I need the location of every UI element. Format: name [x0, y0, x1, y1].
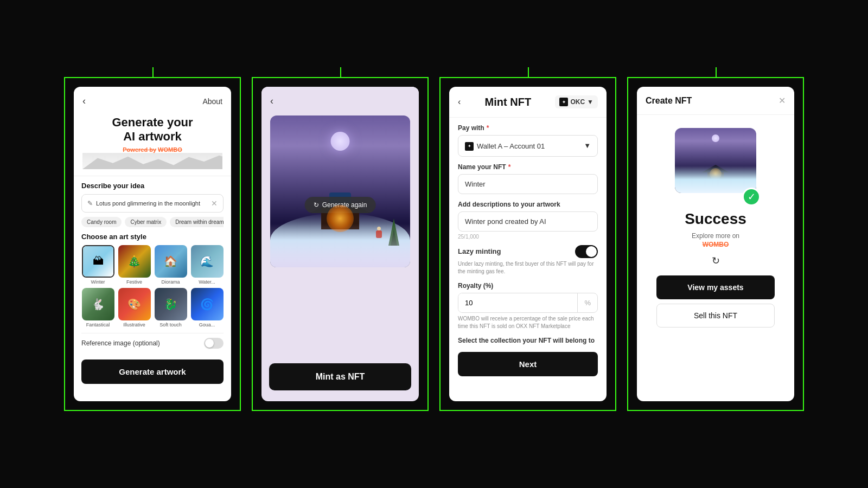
- style-goua-img: 🌀: [191, 288, 224, 320]
- sell-nft-button[interactable]: Sell this NFT: [656, 304, 775, 328]
- wallet-select[interactable]: ✦ Wallet A – Account 01 ▼: [458, 135, 598, 157]
- screen3-header: ‹ Mint NFT ✦ OKC ▼: [449, 87, 607, 118]
- idea-text: Lotus pond glimmering in the moonlight: [96, 200, 208, 207]
- screen2: ‹ ↻ Generate again: [261, 87, 419, 401]
- collection-label: Select the collection your NFT will belo…: [458, 337, 598, 344]
- style-illustrative[interactable]: 🎨 Illustrative: [118, 288, 151, 328]
- back-button[interactable]: ‹: [82, 95, 86, 107]
- okc-icon: ✦: [559, 98, 568, 106]
- screen1: ‹ About Generate your AI artwork Powered…: [74, 87, 231, 401]
- view-assets-button[interactable]: View my assets: [656, 275, 775, 299]
- art-style-label: Choose an art style: [81, 233, 224, 241]
- refresh-icon: ↻: [314, 201, 319, 209]
- reference-section: Reference image (optional): [81, 333, 224, 349]
- royalty-label: Royalty (%): [458, 282, 598, 290]
- back-button[interactable]: ‹: [458, 97, 461, 107]
- style-water[interactable]: 🌊 Water...: [190, 245, 224, 285]
- idea-input[interactable]: ✎ Lotus pond glimmering in the moonlight…: [81, 194, 224, 213]
- mini-moon: [712, 134, 719, 142]
- lazy-minting-desc: Under lazy minting, the first buyer of t…: [458, 260, 598, 275]
- screen3-wrapper: ‹ Mint NFT ✦ OKC ▼ Pay with * ✦: [439, 77, 616, 411]
- style-illustrative-label: Illustrative: [123, 322, 145, 328]
- style-soft[interactable]: 🐉 Soft touch: [154, 288, 187, 328]
- tag-dream[interactable]: Dream within dream: [170, 217, 224, 227]
- tag-candy-room[interactable]: Candy room: [81, 217, 122, 227]
- char-count: 25/1,000: [458, 234, 598, 240]
- style-fantastical-img: 🐇: [82, 288, 114, 320]
- success-title: Success: [685, 210, 746, 228]
- mini-glow: [710, 168, 722, 180]
- mint-as-nft-button[interactable]: Mint as NFT: [269, 363, 411, 390]
- style-soft-img: 🐉: [155, 288, 187, 320]
- refresh-icon[interactable]: ↻: [712, 255, 720, 267]
- style-soft-label: Soft touch: [159, 322, 182, 328]
- wallet-icon: ✦ Wallet A – Account 01: [465, 141, 545, 151]
- about-button[interactable]: About: [202, 97, 222, 106]
- screen1-content: Describe your idea ✎ Lotus pond glimmeri…: [74, 176, 231, 354]
- chevron-down-icon: ▼: [584, 142, 591, 150]
- required-indicator: *: [508, 163, 511, 171]
- art-styles-grid: 🏔 Winter 🎄 Festive 🏠 Dio: [81, 245, 224, 328]
- describe-label: Describe your idea: [81, 182, 224, 190]
- screen4-wrapper: Create NFT ✕ ✓: [627, 77, 804, 411]
- reference-toggle[interactable]: [204, 338, 224, 349]
- style-fantastical[interactable]: 🐇 Fantastical: [81, 288, 114, 328]
- moon: [331, 132, 350, 151]
- success-content: ✓ Success Explore more on WOMBO ↻ View m…: [637, 115, 794, 336]
- clear-button[interactable]: ✕: [211, 199, 218, 208]
- close-button[interactable]: ✕: [778, 95, 786, 106]
- screen1-wrapper: ‹ About Generate your AI artwork Powered…: [64, 77, 241, 411]
- mountain-bg: [82, 153, 222, 169]
- explore-text: Explore more on: [692, 232, 739, 240]
- royalty-desc: WOMBO will receive a percentage of the s…: [458, 315, 598, 330]
- wallet-value: Wallet A – Account 01: [477, 142, 545, 150]
- royalty-input-row: %: [458, 293, 598, 313]
- mini-pagoda-body: [707, 172, 724, 182]
- style-festive-img: 🎄: [118, 245, 151, 278]
- description-input[interactable]: [458, 211, 598, 232]
- screens-container: ‹ About Generate your AI artwork Powered…: [42, 55, 826, 433]
- required-indicator: *: [487, 124, 489, 132]
- page-title: Generate your AI artwork: [82, 115, 222, 144]
- style-goua[interactable]: 🌀 Goua...: [190, 288, 224, 328]
- lazy-minting-row: Lazy minting: [458, 245, 598, 258]
- screen4: Create NFT ✕ ✓: [637, 87, 794, 401]
- lazy-minting-toggle[interactable]: [575, 245, 598, 258]
- nft-name-input[interactable]: [458, 174, 598, 194]
- style-winter-img: 🏔: [82, 245, 114, 278]
- tags-container: Candy room Cyber matrix Dream within dre…: [81, 217, 224, 227]
- success-check: ✓: [742, 188, 761, 206]
- style-diorama-label: Diorama: [161, 279, 180, 285]
- screen2-wrapper: ‹ ↻ Generate again: [252, 77, 429, 411]
- next-button[interactable]: Next: [458, 352, 598, 376]
- royalty-pct-label: %: [577, 293, 597, 312]
- screen3-content: Pay with * ✦ Wallet A – Account 01 ▼ Nam…: [449, 118, 607, 400]
- pay-with-label: Pay with *: [458, 124, 598, 132]
- style-winter-label: Winter: [91, 279, 105, 285]
- style-water-img: 🌊: [191, 245, 224, 278]
- back-button[interactable]: ‹: [270, 95, 273, 106]
- mint-nft-title: Mint NFT: [485, 96, 532, 108]
- okc-network-badge[interactable]: ✦ OKC ▼: [555, 95, 598, 108]
- description-label: Add descriptions to your artwork: [458, 201, 598, 208]
- nft-name-label: Name your NFT *: [458, 163, 598, 171]
- screen3: ‹ Mint NFT ✦ OKC ▼ Pay with * ✦: [449, 87, 607, 401]
- artwork-container: ↻ Generate again: [270, 115, 410, 267]
- style-festive[interactable]: 🎄 Festive: [118, 245, 151, 285]
- style-fantastical-label: Fantastical: [86, 322, 110, 328]
- style-winter[interactable]: 🏔 Winter: [81, 245, 114, 285]
- chevron-down-icon: ▼: [587, 98, 593, 106]
- mini-pagoda: [702, 165, 729, 182]
- reference-label: Reference image (optional): [81, 339, 160, 347]
- nft-artwork: [675, 128, 756, 193]
- pagoda-glow: [327, 205, 354, 232]
- screen2-header: ‹: [261, 87, 419, 115]
- royalty-input[interactable]: [458, 293, 577, 312]
- generate-artwork-button[interactable]: Generate artwork: [81, 359, 224, 384]
- pencil-icon: ✎: [87, 200, 93, 207]
- style-diorama[interactable]: 🏠 Diorama: [154, 245, 187, 285]
- tag-cyber-matrix[interactable]: Cyber matrix: [125, 217, 167, 227]
- okc-label: OKC: [570, 98, 585, 106]
- screen4-header: Create NFT ✕: [637, 87, 794, 115]
- explore-link[interactable]: WOMBO: [703, 241, 729, 248]
